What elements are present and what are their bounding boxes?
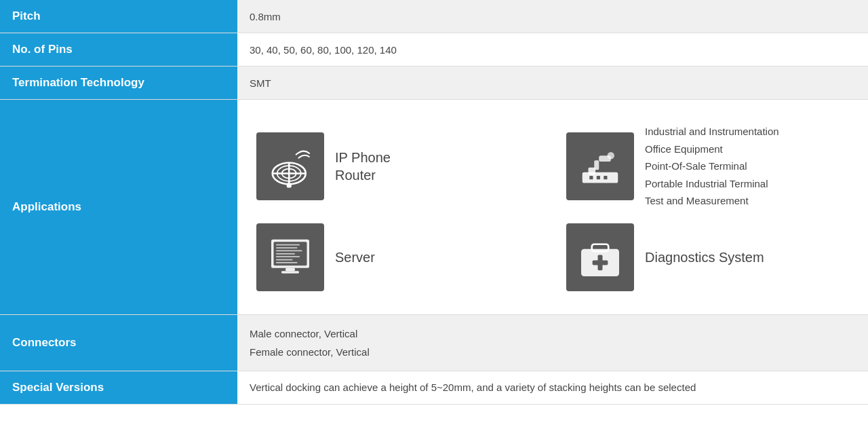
svg-rect-12 bbox=[597, 176, 600, 179]
svg-rect-21 bbox=[276, 259, 293, 260]
diagnostics-icon bbox=[566, 223, 634, 291]
industrial-icon bbox=[566, 132, 634, 200]
connectors-value: Male connector, Vertical Female connecto… bbox=[237, 314, 868, 371]
server-icon bbox=[256, 223, 324, 291]
pitch-value: 0.8mm bbox=[237, 0, 868, 33]
applications-label: Applications bbox=[0, 100, 237, 315]
svg-rect-16 bbox=[276, 244, 300, 245]
svg-rect-28 bbox=[593, 260, 608, 265]
svg-rect-19 bbox=[276, 253, 295, 254]
connectors-line2: Female connector, Vertical bbox=[250, 346, 370, 358]
apps-grid: IP PhoneRouter bbox=[250, 109, 856, 305]
svg-rect-18 bbox=[276, 250, 302, 251]
svg-rect-24 bbox=[281, 271, 299, 274]
svg-point-10 bbox=[608, 152, 615, 160]
app-item-industrial: Industrial and Instrumentation Office Eq… bbox=[566, 123, 849, 210]
connectors-text: Male connector, Vertical Female connecto… bbox=[250, 324, 856, 361]
applications-content: IP PhoneRouter bbox=[237, 100, 868, 315]
server-label: Server bbox=[335, 248, 375, 266]
app-item-server: Server bbox=[256, 223, 539, 291]
special-value: Vertical docking can achieve a height of… bbox=[237, 371, 868, 404]
pins-label: No. of Pins bbox=[0, 33, 237, 67]
pins-value: 30, 40, 50, 60, 80, 100, 120, 140 bbox=[237, 33, 868, 67]
svg-rect-22 bbox=[276, 262, 298, 263]
satellite-icon bbox=[256, 132, 324, 200]
ipphone-label: IP PhoneRouter bbox=[335, 149, 391, 184]
app-item-diagnostics: Diagnostics System bbox=[566, 223, 849, 291]
pitch-label: Pitch bbox=[0, 0, 237, 33]
termination-value: SMT bbox=[237, 67, 868, 100]
connectors-line1: Male connector, Vertical bbox=[250, 328, 357, 339]
svg-rect-8 bbox=[594, 160, 599, 170]
svg-rect-17 bbox=[276, 247, 298, 248]
svg-rect-20 bbox=[276, 256, 300, 257]
svg-rect-13 bbox=[604, 176, 607, 179]
svg-rect-11 bbox=[589, 176, 593, 179]
svg-rect-23 bbox=[285, 267, 295, 270]
diagnostics-label: Diagnostics System bbox=[645, 248, 764, 266]
special-label: Special Versions bbox=[0, 371, 237, 404]
connectors-label: Connectors bbox=[0, 314, 237, 371]
svg-rect-5 bbox=[287, 183, 292, 187]
termination-label: Termination Technology bbox=[0, 67, 237, 100]
industrial-label: Industrial and Instrumentation Office Eq… bbox=[645, 123, 779, 210]
app-item-ipphone: IP PhoneRouter bbox=[256, 123, 539, 210]
